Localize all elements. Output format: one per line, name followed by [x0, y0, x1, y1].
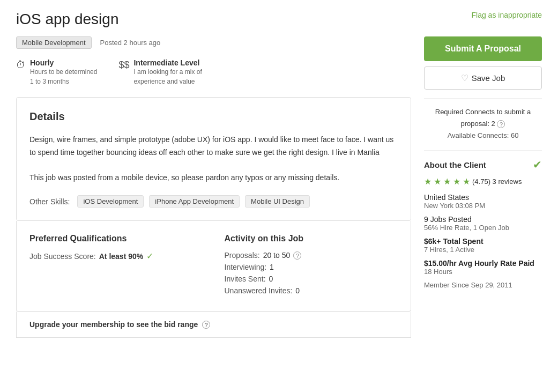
- clock-icon: ⏱: [16, 60, 26, 71]
- dollar-icon: $$: [118, 60, 129, 71]
- qualifications-section: Preferred Qualifications Job Success Sco…: [16, 221, 411, 312]
- available-connects: Available Connects: 60: [424, 130, 542, 142]
- hours-value: 18 Hours: [424, 268, 542, 276]
- stars-row: ★ ★ ★ ★ ★ (4.75) 3 reviews: [424, 176, 542, 187]
- skill-tag-iphone-app[interactable]: iPhone App Development: [149, 195, 240, 208]
- unanswered-invites-item: Unanswered Invites: 0: [225, 286, 398, 295]
- connects-info-icon[interactable]: ?: [497, 120, 505, 128]
- details-body: Design, wire frames, and simple prototyp…: [29, 134, 398, 184]
- posted-time: Posted 2 hours ago: [100, 39, 161, 47]
- skill-tag-mobile-ui[interactable]: Mobile UI Design: [245, 195, 310, 208]
- jobs-posted-label: 9 Jobs Posted: [424, 215, 542, 224]
- avg-rate-value: $15.00/hr Avg Hourly Rate Paid: [424, 259, 542, 268]
- about-client-header: About the Client ✔: [424, 158, 542, 171]
- other-skills-label: Other Skills:: [29, 197, 70, 206]
- job-success-value: At least 90%: [99, 252, 143, 261]
- job-type-label: Hourly: [30, 58, 97, 67]
- unanswered-label: Unanswered Invites:: [225, 286, 293, 295]
- check-icon: ✓: [146, 251, 153, 261]
- hire-rate: 56% Hire Rate, 1 Open Job: [424, 224, 542, 232]
- job-info-row: ⏱ Hourly Hours to be determined 1 to 3 m…: [16, 58, 411, 86]
- activity-col: Activity on this Job Proposals: 20 to 50…: [225, 234, 398, 298]
- star-5-partial: ★: [463, 176, 470, 187]
- meta-row: Mobile Development Posted 2 hours ago: [16, 36, 411, 49]
- save-job-button[interactable]: ♡ Save Job: [424, 66, 542, 90]
- page-title: iOS app design: [16, 11, 118, 28]
- star-1: ★: [424, 176, 431, 187]
- job-level-sub1: I am looking for a mix of: [133, 67, 202, 77]
- details-para2: This job was posted from a mobile device…: [29, 172, 398, 184]
- star-4: ★: [453, 176, 460, 187]
- skill-tag-ios-dev[interactable]: iOS Development: [77, 195, 144, 208]
- star-2: ★: [434, 176, 441, 187]
- connects-box: Required Connects to submit a proposal: …: [424, 98, 542, 142]
- upgrade-text: Upgrade your membership to see the bid r…: [29, 320, 198, 329]
- proposals-item: Proposals: 20 to 50 ?: [225, 251, 398, 260]
- upgrade-info-icon[interactable]: ?: [202, 321, 210, 329]
- proposals-value: 20 to 50: [263, 251, 291, 260]
- job-success-label: Job Success Score:: [29, 252, 96, 261]
- category-badge[interactable]: Mobile Development: [16, 36, 92, 49]
- proposals-label: Proposals:: [225, 251, 260, 260]
- job-type-sub1: Hours to be determined: [30, 67, 97, 77]
- submit-proposal-button[interactable]: Submit A Proposal: [424, 36, 542, 61]
- sidebar: Submit A Proposal ♡ Save Job Required Co…: [424, 36, 542, 338]
- other-skills-row: Other Skills: iOS Development iPhone App…: [29, 195, 398, 208]
- job-level-item: $$ Intermediate Level I am looking for a…: [118, 58, 202, 86]
- connects-label: Required Connects to submit a proposal: …: [435, 108, 531, 128]
- invites-sent-item: Invites Sent: 0: [225, 275, 398, 283]
- member-since: Member Since Sep 29, 2011: [424, 281, 542, 289]
- invites-sent-value: 0: [269, 275, 273, 283]
- about-client-title: About the Client: [424, 160, 486, 169]
- rating-text: (4.75) 3 reviews: [472, 177, 522, 186]
- qualifications-col: Preferred Qualifications Job Success Sco…: [29, 234, 203, 298]
- unanswered-value: 0: [295, 286, 300, 295]
- client-jobs-posted: 9 Jobs Posted 56% Hire Rate, 1 Open Job: [424, 215, 542, 232]
- proposals-info-icon[interactable]: ?: [293, 252, 301, 260]
- details-title: Details: [29, 110, 398, 123]
- activity-heading: Activity on this Job: [225, 234, 398, 243]
- client-country: United States New York 03:08 PM: [424, 193, 542, 210]
- job-level-sub2: experience and value: [133, 77, 202, 86]
- job-success-item: Job Success Score: At least 90% ✓: [29, 251, 203, 261]
- verified-icon: ✔: [533, 158, 542, 171]
- interviewing-value: 1: [270, 263, 274, 271]
- hires-active: 7 Hires, 1 Active: [424, 246, 542, 254]
- flag-inappropriate-link[interactable]: Flag as inappropriate: [471, 11, 542, 19]
- job-type-sub2: 1 to 3 months: [30, 77, 97, 86]
- details-para1: Design, wire frames, and simple prototyp…: [29, 134, 398, 159]
- about-client-section: About the Client ✔ ★ ★ ★ ★ ★ (4.75) 3 re…: [424, 150, 542, 289]
- client-location-time: New York 03:08 PM: [424, 202, 542, 210]
- details-card: Details Design, wire frames, and simple …: [16, 97, 411, 221]
- interviewing-label: Interviewing:: [225, 263, 267, 271]
- star-3: ★: [443, 176, 451, 187]
- save-job-label: Save Job: [472, 73, 505, 83]
- qualifications-heading: Preferred Qualifications: [29, 234, 203, 243]
- job-type-item: ⏱ Hourly Hours to be determined 1 to 3 m…: [16, 58, 97, 86]
- interviewing-item: Interviewing: 1: [225, 263, 398, 271]
- job-level-label: Intermediate Level: [133, 58, 202, 67]
- upgrade-row: Upgrade your membership to see the bid r…: [16, 312, 411, 338]
- client-total-spent: $6k+ Total Spent 7 Hires, 1 Active: [424, 237, 542, 254]
- invites-sent-label: Invites Sent:: [225, 275, 266, 283]
- connects-text: Required Connects to submit a proposal: …: [424, 106, 542, 130]
- total-spent-value: $6k+ Total Spent: [424, 237, 542, 246]
- heart-icon: ♡: [461, 73, 468, 83]
- client-country-name: United States: [424, 193, 542, 202]
- client-avg-rate: $15.00/hr Avg Hourly Rate Paid 18 Hours: [424, 259, 542, 276]
